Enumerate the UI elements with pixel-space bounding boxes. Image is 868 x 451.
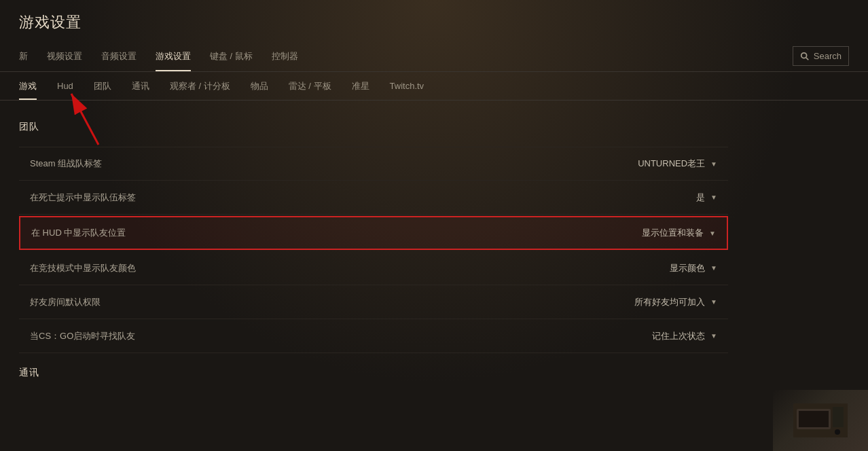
svg-line-1 <box>806 57 809 60</box>
chevron-down-icon-3: ▼ <box>709 230 716 237</box>
thumbnail-image <box>793 403 848 437</box>
settings-table: Steam 组战队标签 UNTURNED老王 ▼ 在死亡提示中显示队伍标签 是 … <box>19 147 728 353</box>
top-nav-item-new[interactable]: 新 <box>19 42 28 71</box>
setting-row-show-teammate-color: 在竞技模式中显示队友颜色 显示颜色 ▼ <box>19 251 728 285</box>
setting-row-friend-room-permissions: 好友房间默认权限 所有好友均可加入 ▼ <box>19 285 728 319</box>
thumbnail-inner <box>773 390 868 451</box>
search-icon <box>800 52 810 61</box>
show-squad-tag-death-value: 是 <box>696 192 705 204</box>
sub-nav-item-radar[interactable]: 雷达 / 平板 <box>289 73 331 99</box>
bottom-section: 通讯 <box>19 367 728 379</box>
top-nav-item-keyboard[interactable]: 键盘 / 鼠标 <box>210 42 253 71</box>
page-title: 游戏设置 <box>0 0 868 41</box>
setting-value-friend-room-permissions[interactable]: 所有好友均可加入 ▼ <box>634 296 717 308</box>
sub-nav: 游戏 Hud 团队 通讯 观察者 / 计分板 物品 雷达 / 平板 准星 Twi… <box>0 72 868 101</box>
svg-rect-6 <box>799 411 829 427</box>
svg-rect-7 <box>833 407 844 427</box>
svg-point-0 <box>801 52 807 58</box>
setting-row-steam-squad-tag: Steam 组战队标签 UNTURNED老王 ▼ <box>19 147 728 181</box>
chevron-down-icon-4: ▼ <box>710 264 717 272</box>
svg-point-8 <box>835 429 840 435</box>
top-nav-item-game[interactable]: 游戏设置 <box>156 42 191 71</box>
setting-value-find-teammates-startup[interactable]: 记住上次状态 ▼ <box>652 330 717 342</box>
setting-label-steam-squad-tag: Steam 组战队标签 <box>30 158 102 170</box>
show-teammate-color-value: 显示颜色 <box>670 262 705 274</box>
chevron-down-icon-6: ▼ <box>710 332 717 340</box>
top-nav-item-audio[interactable]: 音频设置 <box>101 42 137 71</box>
main-content: 团队 Steam 组战队标签 UNTURNED老王 ▼ 在死亡提示中显示队伍标签… <box>0 101 747 413</box>
setting-label-show-squad-tag-death: 在死亡提示中显示队伍标签 <box>30 192 136 204</box>
top-nav-item-controller[interactable]: 控制器 <box>272 42 298 71</box>
search-label: Search <box>814 51 842 61</box>
sub-nav-item-team[interactable]: 团队 <box>94 73 111 99</box>
sub-nav-item-items[interactable]: 物品 <box>251 73 268 99</box>
chevron-down-icon: ▼ <box>710 160 717 168</box>
sub-nav-item-crosshair[interactable]: 准星 <box>352 73 369 99</box>
setting-label-friend-room-permissions: 好友房间默认权限 <box>30 296 101 308</box>
search-box[interactable]: Search <box>793 46 849 66</box>
setting-label-show-teammate-hud: 在 HUD 中显示队友位置 <box>31 227 126 239</box>
thumbnail <box>773 390 868 451</box>
sub-nav-item-comms[interactable]: 通讯 <box>132 73 149 99</box>
setting-row-show-teammate-hud: 在 HUD 中显示队友位置 显示位置和装备 ▼ <box>19 216 728 250</box>
setting-value-show-squad-tag-death[interactable]: 是 ▼ <box>696 192 717 204</box>
content-wrapper: 游戏设置 新 视频设置 音频设置 游戏设置 键盘 / 鼠标 控制器 Search… <box>0 0 868 451</box>
setting-label-show-teammate-color: 在竞技模式中显示队友颜色 <box>30 262 136 274</box>
find-teammates-startup-value: 记住上次状态 <box>652 330 705 342</box>
setting-label-find-teammates-startup: 当CS：GO启动时寻找队友 <box>30 330 135 342</box>
setting-value-steam-squad-tag[interactable]: UNTURNED老王 ▼ <box>638 158 717 170</box>
friend-room-permissions-value: 所有好友均可加入 <box>634 296 705 308</box>
steam-squad-tag-value: UNTURNED老王 <box>638 158 705 170</box>
chevron-down-icon-5: ▼ <box>710 298 717 306</box>
sub-nav-item-hud[interactable]: Hud <box>57 74 73 98</box>
sub-nav-item-observer[interactable]: 观察者 / 计分板 <box>170 73 230 99</box>
setting-row-show-squad-tag-death: 在死亡提示中显示队伍标签 是 ▼ <box>19 181 728 215</box>
comm-section-title: 通讯 <box>19 367 728 379</box>
sub-nav-item-twitch[interactable]: Twitch.tv <box>390 74 424 98</box>
top-nav: 新 视频设置 音频设置 游戏设置 键盘 / 鼠标 控制器 Search <box>0 41 868 72</box>
team-section-title: 团队 <box>19 121 728 133</box>
show-teammate-hud-value: 显示位置和装备 <box>642 227 704 239</box>
setting-value-show-teammate-color[interactable]: 显示颜色 ▼ <box>670 262 717 274</box>
chevron-down-icon-2: ▼ <box>710 194 717 201</box>
setting-value-show-teammate-hud[interactable]: 显示位置和装备 ▼ <box>642 227 716 239</box>
setting-row-find-teammates-startup: 当CS：GO启动时寻找队友 记住上次状态 ▼ <box>19 319 728 353</box>
sub-nav-item-game[interactable]: 游戏 <box>19 73 37 99</box>
top-nav-item-video[interactable]: 视频设置 <box>47 42 82 71</box>
